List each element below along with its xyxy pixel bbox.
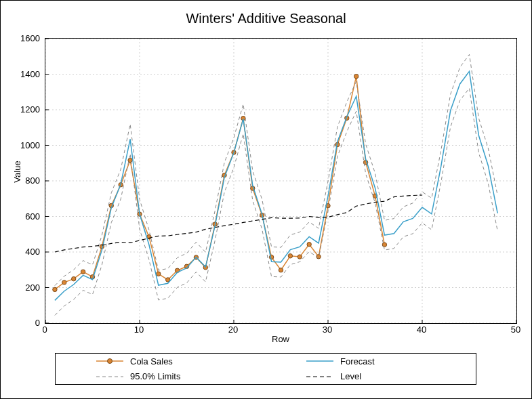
legend-label: 95.0% Limits bbox=[130, 371, 180, 381]
chart-title: Winters' Additive Seasonal bbox=[1, 1, 531, 26]
x-tick-label: 20 bbox=[228, 324, 238, 335]
svg-point-56 bbox=[298, 255, 302, 259]
legend-label: Forecast bbox=[340, 356, 375, 366]
y-tick-label: 1600 bbox=[13, 33, 40, 43]
x-tick-label: 0 bbox=[42, 324, 47, 335]
chart-panel: Winters' Additive Seasonal Value Row 020… bbox=[0, 0, 532, 399]
legend-item-level: Level bbox=[266, 369, 476, 384]
plot-svg bbox=[45, 39, 516, 323]
y-tick-label: 1400 bbox=[13, 68, 40, 79]
svg-point-30 bbox=[53, 287, 57, 291]
svg-point-65 bbox=[382, 243, 386, 247]
legend-item-limits: 95.0% Limits bbox=[56, 369, 266, 384]
legend-label: Level bbox=[340, 371, 361, 381]
y-tick-label: 600 bbox=[13, 211, 40, 221]
y-tick-label: 1200 bbox=[13, 104, 40, 114]
svg-point-33 bbox=[81, 270, 85, 274]
legend: Cola Sales Forecast 95.0% Limits Leve bbox=[55, 353, 476, 385]
y-tick-label: 0 bbox=[13, 318, 40, 328]
x-tick-label: 50 bbox=[511, 324, 520, 335]
x-axis-label: Row bbox=[272, 334, 289, 344]
y-tick-label: 200 bbox=[13, 282, 40, 292]
svg-point-41 bbox=[157, 272, 161, 276]
plot-area bbox=[45, 38, 517, 324]
x-tick-label: 10 bbox=[134, 324, 144, 335]
y-tick-label: 400 bbox=[13, 247, 40, 257]
svg-point-62 bbox=[354, 74, 359, 78]
legend-label: Cola Sales bbox=[130, 356, 173, 366]
svg-point-31 bbox=[62, 280, 66, 285]
svg-point-55 bbox=[288, 254, 292, 258]
y-tick-label: 800 bbox=[13, 175, 40, 186]
legend-item-forecast: Forecast bbox=[266, 354, 476, 369]
svg-point-54 bbox=[279, 268, 283, 272]
x-tick-label: 40 bbox=[417, 324, 426, 335]
svg-point-32 bbox=[72, 276, 76, 280]
svg-point-67 bbox=[108, 359, 112, 364]
x-tick-label: 30 bbox=[323, 324, 332, 335]
svg-point-57 bbox=[307, 243, 311, 247]
y-tick-label: 1000 bbox=[13, 140, 40, 150]
legend-item-cola: Cola Sales bbox=[56, 354, 266, 369]
